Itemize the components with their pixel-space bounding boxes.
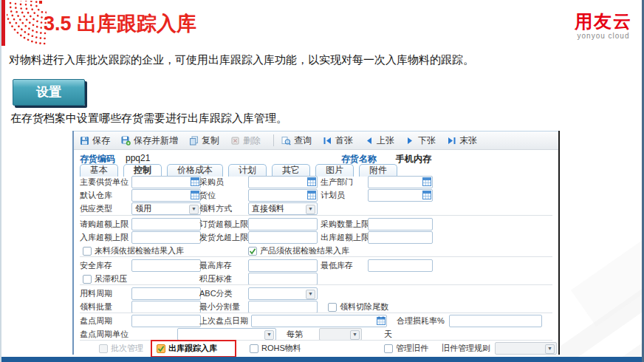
supply-type-select[interactable]: 领用▼ [131,202,201,215]
material-use-cycle-input[interactable] [131,287,201,300]
unchecked-checkbox-icon[interactable] [250,344,258,353]
count-cycle-input[interactable] [131,315,201,327]
checked-checkbox-icon[interactable] [248,247,257,256]
tab-attachment[interactable]: 附件 [359,164,397,177]
reference-picker-icon[interactable] [191,177,199,188]
chevron-down-icon: ▼ [306,290,315,299]
inbound-excess-limit-input[interactable] [131,231,201,244]
requisition-tail-cut-checkbox[interactable]: 领料切除尾数 [328,301,388,313]
min-stock-input[interactable] [368,259,433,272]
toolbar-button-label: 保存 [92,134,110,147]
requisition-batch-input[interactable] [131,301,201,313]
production-dept-input[interactable] [368,176,433,188]
min-split-qty-input[interactable] [248,301,318,313]
tab-control[interactable]: 控制 [123,164,162,177]
tab-price-cost[interactable]: 价格成本 [167,164,223,177]
overstock-standard-label: 积压标准 [199,273,232,284]
goods-location-input[interactable] [248,189,318,202]
reference-picker-icon[interactable] [307,191,316,201]
outbound-tracking-inbound-checkbox[interactable]: 出库跟踪入库 [157,343,217,354]
toolbar-button-label: 下张 [418,134,436,147]
manage-old-parts-checkbox[interactable]: 管理旧件 [384,343,428,354]
toolbar-save-button[interactable]: 保存 [80,134,110,147]
default-warehouse-input[interactable] [131,189,201,202]
tab-plan[interactable]: 计划 [228,164,267,177]
unchecked-checkbox-icon[interactable] [328,303,337,312]
toolbar-button-label: 复制 [202,134,219,147]
every-nth-label: 每第 [287,328,303,340]
order-excess-limit-input[interactable] [248,218,318,230]
abc-class-select[interactable]: ▼ [248,287,318,300]
slide: 3.5 出库跟踪入库 用友云 yonyou cloud 对物料进行入库批次跟踪的… [0,0,644,362]
purchase-qty-limit-input[interactable] [368,218,433,230]
min-stock-label: 最低库存 [321,259,353,271]
chevron-down-icon: ▼ [350,330,360,340]
incoming-inspection-required-checkbox[interactable]: 来料须依据检验结果入库 [83,245,184,256]
chevron-down-icon: ▼ [264,330,274,340]
shipping-excess-limit-input[interactable] [248,231,318,244]
planner-input[interactable] [368,189,433,202]
toolbar-first-button[interactable]: 首张 [323,134,353,147]
prev-icon [364,136,374,146]
requisition-mode-selected-value: 直接领料 [252,203,284,214]
buyer-input[interactable] [248,176,318,188]
last-count-date-input[interactable] [251,315,387,327]
reasonable-loss-rate-input[interactable] [449,315,542,327]
intro-paragraph: 对物料进行入库批次跟踪的企业，可使用出库跟踪入库功能，以实现对每一次入库物料的跟… [9,53,474,67]
supply-type-label: 供应类型 [80,202,112,214]
count-cycle-unit-select[interactable]: ▼ [177,328,276,341]
product-inspection-required-checkbox[interactable]: 产品须依据检验结果入库 [248,245,349,256]
calendar-icon[interactable] [377,316,386,327]
toolbar-next-button[interactable]: 下张 [405,134,436,147]
order-excess-limit-label: 订货超额上限 [199,218,248,230]
count-cycle-unit-label: 盘点周期单位 [80,328,129,340]
dot-arc-decoration [7,1,47,45]
toolbar-copy-button[interactable]: 复制 [189,134,219,147]
toolbar-prev-button[interactable]: 上张 [364,134,394,147]
reference-picker-icon[interactable] [422,191,431,201]
chevron-down-icon: ▼ [306,205,315,214]
toolbar-save-new-button[interactable]: 保存并新增 [121,134,178,147]
erp-toolbar: 保存保存并新增复制删除查询首张上张下张末张 [74,131,558,150]
goods-location-label: 货位 [199,189,216,201]
section-divider [80,256,552,257]
requisition-mode-select[interactable]: 直接领料▼ [248,202,318,215]
purchase-request-excess-limit-label: 请购超额上限 [80,218,129,230]
safety-stock-input[interactable] [131,259,201,272]
tab-other[interactable]: 其它 [272,164,310,177]
max-stock-label: 最高库存 [199,259,232,271]
setup-button[interactable]: 设置 [13,79,85,106]
purchase-request-excess-limit-input[interactable] [131,218,201,230]
product-inspection-required-checkbox-label: 产品须依据检验结果入库 [260,245,349,256]
tab-picture[interactable]: 图片 [315,164,354,177]
unchecked-checkbox-icon[interactable] [384,344,393,353]
overstock-standard-input[interactable] [248,273,318,285]
unchecked-checkbox-icon[interactable] [83,247,92,256]
every-nth-select: ▼ [319,328,362,341]
checked-checkbox-icon[interactable] [157,344,165,353]
safety-stock-label: 安全库存 [80,259,112,271]
outbound-excess-limit-input[interactable] [368,231,433,244]
material-use-cycle-label: 用料周期 [80,287,112,299]
batch-management-checkbox: 批次管理 [99,343,143,354]
toolbar-button-label: 保存并新增 [134,134,178,147]
max-stock-input[interactable] [248,259,318,272]
unchecked-checkbox-icon[interactable] [83,275,92,284]
save-new-icon [121,136,131,146]
toolbar-last-button[interactable]: 末张 [447,134,477,147]
tab-basic[interactable]: 基本 [80,164,118,177]
reference-picker-icon[interactable] [307,177,316,188]
section-divider [80,313,552,313]
old-parts-rule-select: ▼ [495,342,557,355]
reference-picker-icon[interactable] [191,191,199,201]
min-split-qty-label: 最小分割量 [199,301,240,313]
toolbar-search-button[interactable]: 查询 [281,134,312,147]
main-supplier-input[interactable] [131,176,201,188]
slow-moving-checkbox[interactable]: 呆滞积压 [83,273,127,284]
inbound-excess-limit-label: 入库超额上限 [80,231,129,243]
inventory-name-value: 手机内存 [396,153,431,165]
unchecked-checkbox-icon[interactable] [99,344,108,353]
rohs-material-checkbox[interactable]: ROHS物料 [250,343,301,354]
reference-picker-icon[interactable] [422,177,431,188]
chevron-down-icon: ▼ [189,205,199,214]
